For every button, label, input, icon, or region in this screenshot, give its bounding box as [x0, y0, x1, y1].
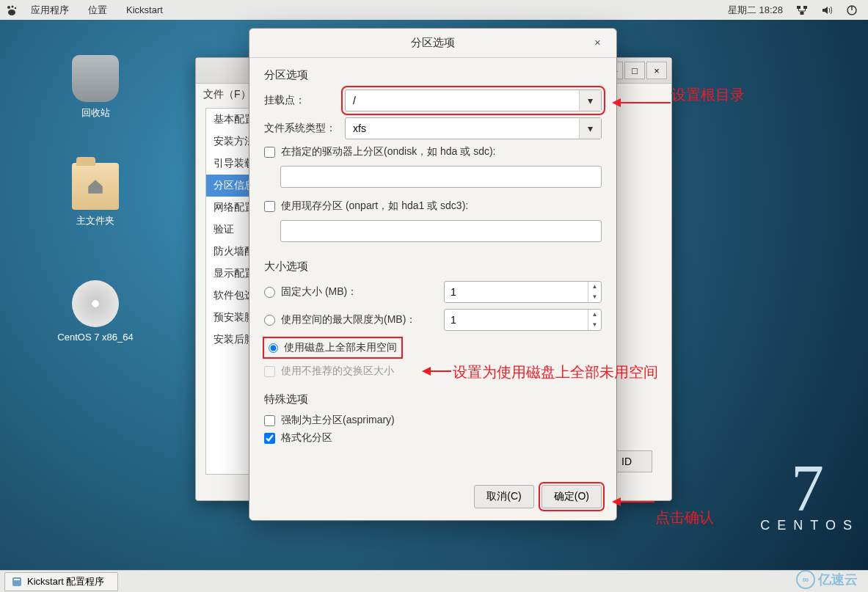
svg-rect-15	[12, 577, 21, 586]
watermark-text: 亿速云	[818, 571, 858, 588]
svg-point-2	[15, 7, 16, 8]
svg-rect-6	[800, 12, 804, 15]
desktop-trash[interactable]: 回收站	[55, 55, 136, 120]
top-menu-bar: 应用程序 位置 Kickstart 星期二 18:28	[0, 0, 868, 20]
svg-point-1	[12, 5, 14, 7]
spin-up-icon[interactable]: ▲	[588, 310, 601, 320]
grow-label: 使用磁盘上全部未用空间	[284, 341, 397, 354]
desktop-icon-label: 回收站	[55, 106, 136, 120]
annotation-text: 点击确认	[655, 508, 714, 527]
maximize-button[interactable]: □	[624, 62, 645, 79]
dialog-close-button[interactable]: ×	[594, 36, 608, 49]
desktop-icon-label: CentOS 7 x86_64	[55, 332, 136, 343]
format-checkbox[interactable]	[264, 433, 275, 444]
dialog-title-text: 分区选项	[411, 36, 455, 50]
max-size-spinner[interactable]: ▲▼	[444, 309, 602, 331]
ondisk-input[interactable]	[280, 166, 602, 188]
mount-point-input[interactable]	[346, 90, 579, 111]
power-icon[interactable]	[846, 4, 858, 16]
grow-radio-highlight: 使用磁盘上全部未用空间	[264, 338, 401, 357]
ondisk-label: 在指定的驱动器上分区(ondisk，如 hda 或 sdc):	[281, 145, 496, 158]
clock[interactable]: 星期二 18:28	[728, 4, 783, 17]
close-button[interactable]: ×	[646, 62, 667, 79]
max-size-label: 使用空间的最大限度为(MB)：	[281, 313, 416, 326]
volume-icon[interactable]	[821, 4, 833, 16]
bottom-taskbar: Kickstart 配置程序	[0, 570, 868, 592]
asprimary-label: 强制为主分区(asprimary)	[281, 414, 395, 427]
max-size-radio[interactable]	[264, 315, 275, 326]
recswap-label: 使用不推荐的交换区大小	[281, 365, 394, 378]
spin-down-icon[interactable]: ▼	[588, 320, 601, 330]
menu-applications[interactable]: 应用程序	[22, 1, 78, 20]
taskbar-button-label: Kickstart 配置程序	[27, 575, 104, 588]
fixed-size-spinner[interactable]: ▲▼	[444, 281, 602, 303]
onpart-checkbox[interactable]	[264, 201, 275, 212]
centos-text-logo: CENTOS	[760, 518, 859, 533]
dialog-titlebar[interactable]: 分区选项 ×	[249, 29, 616, 58]
fstype-input[interactable]	[346, 118, 579, 139]
grow-radio[interactable]	[269, 343, 278, 353]
section-partition: 分区选项	[264, 68, 602, 82]
annotation-text: 设置为使用磁盘上全部未用空间	[453, 362, 658, 382]
trash-icon	[72, 55, 119, 102]
svg-rect-4	[797, 6, 800, 9]
disc-icon	[72, 280, 119, 327]
section-special: 特殊选项	[264, 392, 602, 406]
spin-down-icon[interactable]: ▼	[588, 292, 601, 302]
svg-point-0	[7, 6, 10, 9]
dropdown-arrow-icon[interactable]: ▾	[579, 118, 601, 139]
format-label: 格式化分区	[281, 431, 332, 445]
annotation-text: 设置根目录	[671, 85, 745, 105]
ondisk-checkbox[interactable]	[264, 147, 275, 158]
home-icon	[86, 177, 105, 196]
fixed-size-radio[interactable]	[264, 287, 275, 298]
fixed-size-label: 固定大小 (MB)：	[281, 285, 357, 299]
taskbar-kickstart-button[interactable]: Kickstart 配置程序	[4, 572, 118, 591]
svg-rect-5	[803, 6, 807, 9]
svg-rect-16	[14, 579, 20, 580]
centos-7-logo: 7	[791, 450, 824, 526]
mount-point-combo[interactable]: ▾	[345, 89, 602, 112]
fixed-size-input[interactable]	[445, 286, 588, 298]
desktop-disc[interactable]: CentOS 7 x86_64	[55, 280, 136, 343]
mount-point-label: 挂载点：	[264, 94, 338, 107]
cloud-icon: ∞	[796, 570, 815, 589]
partition-options-dialog: 分区选项 × 分区选项 挂载点： ▾ 文件系统类型： ▾ 在指定的驱动器上分区(…	[249, 28, 617, 521]
max-size-input[interactable]	[445, 314, 588, 326]
app-icon	[11, 576, 23, 588]
onpart-label: 使用现存分区 (onpart，如 hda1 或 sdc3):	[281, 200, 468, 213]
desktop-home-folder[interactable]: 主文件夹	[55, 163, 136, 227]
cancel-button[interactable]: 取消(C)	[474, 485, 533, 508]
desktop-icon-label: 主文件夹	[55, 214, 136, 227]
watermark: ∞ 亿速云	[796, 570, 858, 589]
fstype-combo[interactable]: ▾	[345, 117, 602, 139]
onpart-input[interactable]	[280, 220, 602, 242]
spin-up-icon[interactable]: ▲	[588, 282, 601, 292]
network-icon[interactable]	[796, 4, 808, 16]
svg-point-3	[8, 10, 15, 15]
dropdown-arrow-icon[interactable]: ▾	[579, 90, 601, 111]
section-size: 大小选项	[264, 260, 602, 274]
ok-button[interactable]: 确定(O)	[541, 485, 602, 508]
menu-kickstart[interactable]: Kickstart	[117, 1, 172, 18]
asprimary-checkbox[interactable]	[264, 415, 275, 426]
menu-places[interactable]: 位置	[79, 1, 116, 20]
folder-icon	[72, 163, 119, 210]
fstype-label: 文件系统类型：	[264, 122, 338, 135]
recswap-checkbox	[264, 366, 275, 377]
gnome-foot-icon	[6, 4, 18, 16]
